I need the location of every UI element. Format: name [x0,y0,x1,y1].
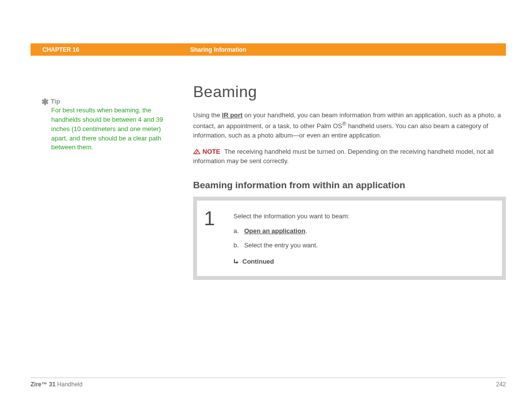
open-application-link[interactable]: Open an application [244,227,305,235]
step-number-cell: 1 [197,201,232,276]
intro-pre: Using the [193,111,222,119]
note-paragraph: NOTEThe receiving handheld must be turne… [193,147,506,166]
registered-mark: ® [342,121,346,127]
section-heading: Beaming information from within an appli… [193,180,506,191]
product-rest: Handheld [56,381,83,388]
ir-port-link[interactable]: IR port [222,111,243,119]
step-content: Select the information you want to beam:… [232,201,502,276]
step-item-a: a. Open an application. [233,226,493,237]
product-bold: Zire™ 31 [31,381,56,388]
tip-label: Tip [51,98,60,105]
tip-block: ✱Tip For best results when beaming, the … [41,98,183,152]
asterisk-icon: ✱ [41,97,49,107]
breadcrumb: Sharing Information [190,46,506,53]
continued-label: Continued [242,258,274,265]
step-lead: Select the information you want to beam: [233,211,493,222]
chapter-label: CHAPTER 16 [31,46,190,53]
step-frame: 1 Select the information you want to bea… [193,197,506,280]
page-footer: Zire™ 31 Handheld 242 [31,377,506,388]
step-a-suffix: . [305,227,307,235]
note-label: NOTE [202,148,220,155]
main-column: Beaming Using the IR port on your handhe… [193,83,506,280]
step-number: 1 [204,207,232,230]
step-box: 1 Select the information you want to bea… [197,201,502,276]
page-title: Beaming [193,83,506,101]
step-b-label: b. [233,240,242,251]
continued-arrow-icon [233,257,240,263]
note-icon [193,148,200,155]
note-text: The receiving handheld must be turned on… [193,148,494,165]
tip-heading: ✱Tip [41,98,183,105]
chapter-header-bar: CHAPTER 16 Sharing Information [31,43,506,56]
body-row: ✱Tip For best results when beaming, the … [31,83,506,280]
product-name: Zire™ 31 Handheld [31,381,82,388]
page-number: 242 [496,381,506,388]
sidebar: ✱Tip For best results when beaming, the … [31,83,193,280]
tip-body: For best results when beaming, the handh… [51,106,165,152]
step-item-b: b. Select the entry you want. [233,240,493,251]
intro-paragraph: Using the IR port on your handheld, you … [193,111,506,140]
continued-indicator: Continued [233,257,493,267]
step-a-label: a. [233,226,242,237]
step-b-text: Select the entry you want. [244,241,318,249]
footer-rule: Zire™ 31 Handheld 242 [31,377,506,388]
page-content: CHAPTER 16 Sharing Information ✱Tip For … [31,43,506,280]
